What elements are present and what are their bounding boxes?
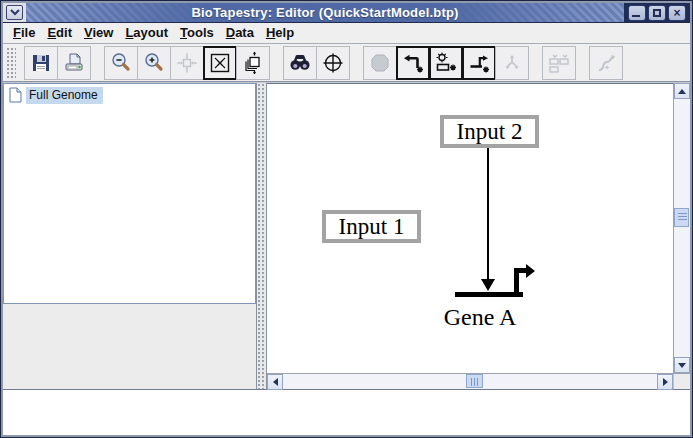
- zoom-out-icon: [109, 51, 133, 75]
- app-window: BioTapestry: Editor (QuickStartModel.btp…: [0, 0, 693, 438]
- chevron-down-icon: [10, 9, 20, 16]
- toolbar-drag-handle[interactable]: [6, 47, 16, 79]
- horizontal-scroll-thumb[interactable]: [466, 374, 483, 388]
- build-network-button: [495, 46, 529, 80]
- minimize-button[interactable]: [628, 5, 646, 21]
- model-tree[interactable]: Full Genome: [3, 83, 256, 304]
- titlebar[interactable]: BioTapestry: Editor (QuickStartModel.btp…: [26, 3, 624, 22]
- vertical-scroll-track[interactable]: [674, 99, 690, 357]
- scroll-left-button[interactable]: [267, 374, 283, 390]
- close-icon: ×: [669, 6, 685, 20]
- arrow-right-icon: [663, 378, 668, 386]
- tree-item-label: Full Genome: [26, 87, 103, 104]
- model-tree-panel: Full Genome: [3, 83, 256, 389]
- zoom-to-selected-icon: [175, 51, 199, 75]
- toolbar: [3, 44, 690, 82]
- document-icon: [7, 87, 23, 103]
- content-area: Full Genome Input 2 Input 1: [3, 82, 690, 389]
- menu-data[interactable]: Data: [220, 23, 260, 43]
- close-button[interactable]: ×: [668, 5, 686, 21]
- scroll-down-button[interactable]: [674, 357, 690, 373]
- geneA-arrowhead-icon: [526, 264, 535, 278]
- center-on-target-button[interactable]: [316, 46, 350, 80]
- build-network-icon: [500, 51, 524, 75]
- toolbar-gap: [529, 46, 542, 80]
- window-title: BioTapestry: Editor (QuickStartModel.btp…: [191, 5, 458, 20]
- status-panel: [3, 389, 690, 435]
- draw-curve-link-button: [589, 46, 623, 80]
- zoom-in-icon: [142, 51, 166, 75]
- splitpane-divider[interactable]: [256, 83, 267, 389]
- menu-help[interactable]: Help: [260, 23, 300, 43]
- print-icon: [62, 51, 86, 75]
- add-gene-icon: [467, 51, 491, 75]
- vertical-scroll-thumb[interactable]: [674, 208, 689, 227]
- menu-file[interactable]: File: [7, 23, 41, 43]
- add-node-icon: [434, 51, 458, 75]
- add-module-icon: [547, 51, 571, 75]
- search-binoculars-icon: [288, 51, 312, 75]
- toolbar-gap: [350, 46, 363, 80]
- menu-view[interactable]: View: [78, 23, 119, 43]
- center-on-model-button[interactable]: [236, 46, 270, 80]
- menu-edit[interactable]: Edit: [41, 23, 78, 43]
- zoom-to-fit-icon: [208, 51, 232, 75]
- titlebar-row: BioTapestry: Editor (QuickStartModel.btp…: [3, 3, 690, 23]
- stop-octagon-icon: [368, 51, 392, 75]
- arrow-down-icon: [678, 363, 686, 368]
- vertical-scrollbar: [673, 83, 690, 373]
- zoom-to-fit-button[interactable]: [203, 46, 237, 80]
- scroll-right-button[interactable]: [657, 374, 673, 390]
- draw-curve-link-icon: [594, 51, 618, 75]
- toolbar-gap: [576, 46, 589, 80]
- menubar: File Edit View Layout Tools Data Help: [3, 23, 690, 44]
- geneA-transcription-arm: [514, 268, 526, 273]
- stop-button: [363, 46, 397, 80]
- zoom-out-button[interactable]: [104, 46, 138, 80]
- toolbar-gap: [270, 46, 283, 80]
- arrow-up-icon: [678, 89, 686, 94]
- scrollbar-corner: [673, 374, 690, 389]
- window-controls: ×: [624, 3, 690, 22]
- print-button[interactable]: [57, 46, 91, 80]
- horizontal-scrollbar: [267, 374, 673, 389]
- system-menu-cell: [3, 3, 26, 22]
- toolbar-gap: [91, 46, 104, 80]
- system-menu-button[interactable]: [6, 5, 23, 20]
- center-on-model-icon: [241, 51, 265, 75]
- arrow-left-icon: [273, 378, 278, 386]
- window-chrome: BioTapestry: Editor (QuickStartModel.btp…: [1, 1, 692, 437]
- add-link-icon: [401, 51, 425, 75]
- maximize-icon: [653, 9, 661, 17]
- add-gene-button[interactable]: [462, 46, 496, 80]
- center-on-target-icon: [321, 51, 345, 75]
- menu-tools[interactable]: Tools: [174, 23, 220, 43]
- scroll-up-button[interactable]: [674, 83, 690, 99]
- add-node-button[interactable]: [429, 46, 463, 80]
- save-icon: [29, 51, 53, 75]
- node-input1[interactable]: Input 1: [322, 210, 421, 243]
- link-arrowhead-icon: [481, 279, 495, 291]
- save-button[interactable]: [24, 46, 58, 80]
- node-geneA-label[interactable]: Gene A: [435, 304, 525, 331]
- canvas-area: Input 2 Input 1 Gene A: [267, 83, 690, 389]
- node-input2[interactable]: Input 2: [440, 115, 539, 148]
- zoom-in-button[interactable]: [137, 46, 171, 80]
- horizontal-scroll-track[interactable]: [283, 374, 657, 389]
- add-link-button[interactable]: [396, 46, 430, 80]
- add-module-button: [542, 46, 576, 80]
- network-canvas[interactable]: Input 2 Input 1 Gene A: [267, 83, 673, 373]
- link-input2-geneA[interactable]: [487, 148, 489, 279]
- zoom-to-selected-button: [170, 46, 204, 80]
- search-button[interactable]: [283, 46, 317, 80]
- menu-layout[interactable]: Layout: [119, 23, 174, 43]
- geneA-baseline[interactable]: [455, 292, 523, 297]
- maximize-button[interactable]: [648, 5, 666, 21]
- minimize-icon: [632, 15, 640, 17]
- tree-item-full-genome[interactable]: Full Genome: [5, 86, 254, 104]
